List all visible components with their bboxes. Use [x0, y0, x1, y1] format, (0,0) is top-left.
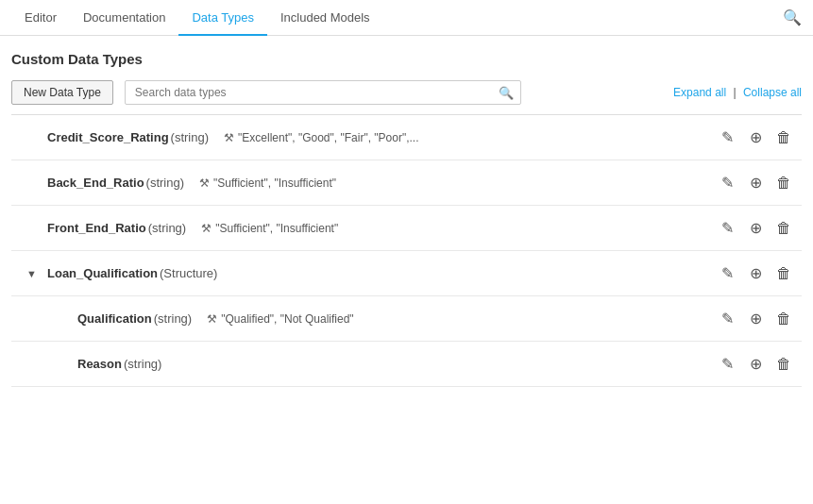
edit-icon[interactable]: ✎ — [717, 218, 737, 239]
data-type-type: (string) — [146, 176, 184, 190]
add-icon[interactable]: ⊕ — [745, 173, 766, 193]
values-icon: ⚒ — [199, 176, 210, 190]
data-type-name: Reason — [77, 357, 122, 371]
expand-collapse-controls: Expand all | Collapse all — [673, 86, 802, 99]
global-search-icon[interactable]: 🔍 — [783, 8, 802, 26]
values-icon: ⚒ — [201, 222, 212, 235]
values-text: "Excellent", "Good", "Fair", "Poor",... — [238, 131, 418, 144]
add-icon[interactable]: ⊕ — [745, 127, 766, 148]
row-actions: ✎ ⊕ 🗑 — [717, 309, 794, 329]
data-type-values: ⚒ "Excellent", "Good", "Fair", "Poor",..… — [224, 131, 418, 144]
values-text: "Sufficient", "Insufficient" — [215, 222, 338, 235]
table-row: ▼ Qualification (string) ⚒ "Qualified", … — [11, 296, 802, 342]
values-text: "Sufficient", "Insufficient" — [213, 176, 336, 190]
tab-documentation[interactable]: Documentation — [70, 1, 178, 36]
delete-icon[interactable]: 🗑 — [773, 127, 794, 148]
row-actions: ✎ ⊕ 🗑 — [717, 263, 794, 284]
data-type-name: Front_End_Ratio — [47, 221, 146, 235]
row-actions: ✎ ⊕ 🗑 — [717, 218, 794, 239]
row-actions: ✎ ⊕ 🗑 — [717, 127, 794, 148]
data-type-type: (Structure) — [160, 266, 217, 280]
data-type-values: ⚒ "Qualified", "Not Qualified" — [207, 312, 353, 326]
tab-data-types[interactable]: Data Types — [178, 1, 267, 36]
delete-icon[interactable]: 🗑 — [773, 354, 794, 375]
edit-icon[interactable]: ✎ — [717, 354, 737, 375]
data-type-values: ⚒ "Sufficient", "Insufficient" — [199, 176, 336, 190]
table-row: ▼ Reason (string) ✎ ⊕ 🗑 — [11, 342, 802, 387]
edit-icon[interactable]: ✎ — [717, 173, 737, 193]
delete-icon[interactable]: 🗑 — [773, 173, 794, 193]
row-actions: ✎ ⊕ 🗑 — [717, 173, 794, 193]
collapse-all-link[interactable]: Collapse all — [743, 86, 802, 99]
delete-icon[interactable]: 🗑 — [773, 263, 794, 284]
tab-included-models[interactable]: Included Models — [267, 1, 383, 36]
row-actions: ✎ ⊕ 🗑 — [717, 354, 794, 375]
edit-icon[interactable]: ✎ — [717, 127, 737, 148]
data-type-name: Loan_Qualification — [47, 266, 158, 280]
edit-icon[interactable]: ✎ — [717, 309, 737, 329]
add-icon[interactable]: ⊕ — [745, 309, 766, 329]
table-row: ▼ Back_End_Ratio (string) ⚒ "Sufficient"… — [11, 160, 802, 206]
search-box: 🔍 — [125, 80, 521, 105]
data-type-values: ⚒ "Sufficient", "Insufficient" — [201, 222, 338, 235]
data-type-name: Back_End_Ratio — [47, 176, 144, 190]
data-type-type: (string) — [171, 130, 209, 144]
expand-all-link[interactable]: Expand all — [673, 86, 726, 99]
expand-toggle[interactable]: ▼ — [26, 268, 43, 279]
table-row: ▼ Loan_Qualification (Structure) ✎ ⊕ 🗑 — [11, 251, 802, 296]
add-icon[interactable]: ⊕ — [745, 354, 766, 375]
separator: | — [733, 86, 736, 99]
data-type-type: (string) — [154, 311, 192, 326]
edit-icon[interactable]: ✎ — [717, 263, 737, 284]
data-type-type: (string) — [124, 357, 161, 371]
tab-editor[interactable]: Editor — [11, 1, 70, 36]
table-row: ▼ Front_End_Ratio (string) ⚒ "Sufficient… — [11, 206, 802, 251]
toolbar-row: New Data Type 🔍 Expand all | Collapse al… — [11, 80, 802, 105]
data-type-type: (string) — [148, 221, 186, 235]
data-type-name: Qualification — [77, 311, 152, 326]
values-icon: ⚒ — [224, 131, 234, 144]
search-input[interactable] — [125, 80, 521, 105]
add-icon[interactable]: ⊕ — [745, 263, 766, 284]
top-nav: Editor Documentation Data Types Included… — [0, 0, 813, 36]
section-title: Custom Data Types — [11, 51, 802, 67]
data-types-list: ▼ Credit_Score_Rating (string) ⚒ "Excell… — [11, 114, 802, 387]
table-row: ▼ Credit_Score_Rating (string) ⚒ "Excell… — [11, 115, 802, 160]
data-type-name: Credit_Score_Rating — [47, 130, 169, 144]
delete-icon[interactable]: 🗑 — [773, 218, 794, 239]
delete-icon[interactable]: 🗑 — [773, 309, 794, 329]
new-data-type-button[interactable]: New Data Type — [11, 80, 113, 105]
page-content: Custom Data Types New Data Type 🔍 Expand… — [0, 36, 813, 398]
values-text: "Qualified", "Not Qualified" — [221, 312, 353, 326]
values-icon: ⚒ — [207, 312, 217, 326]
add-icon[interactable]: ⊕ — [745, 218, 766, 239]
